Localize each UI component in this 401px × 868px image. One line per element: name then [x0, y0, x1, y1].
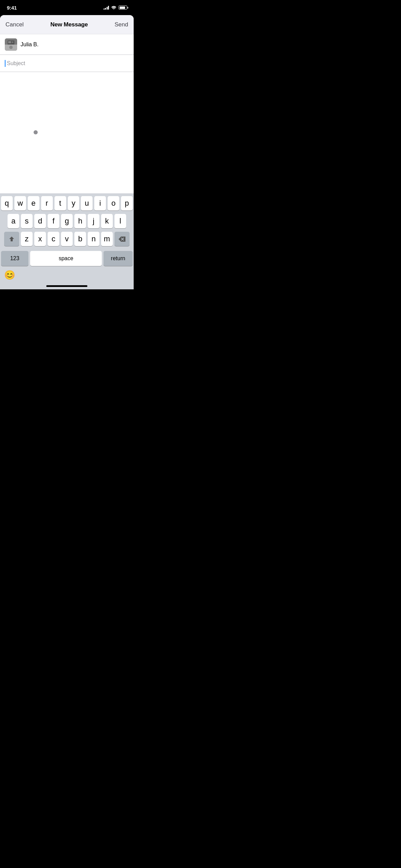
nav-title: New Message [50, 21, 88, 28]
keyboard-rows: q w e r t y u i o p a s d f g h j k [0, 193, 134, 251]
key-v[interactable]: v [61, 232, 73, 246]
numbers-key[interactable]: 123 [1, 251, 28, 266]
key-b[interactable]: b [74, 232, 86, 246]
avatar [5, 38, 17, 51]
subject-input[interactable]: Subject [7, 60, 129, 67]
key-u[interactable]: u [81, 196, 93, 210]
shift-key[interactable] [4, 232, 19, 246]
subject-row[interactable]: Subject [0, 55, 134, 72]
status-bar: 9:41 [0, 0, 134, 15]
keyboard-area: q w e r t y u i o p a s d f g h j k [0, 193, 134, 289]
bottom-toolbar: 😊 [0, 267, 134, 282]
status-time: 9:41 [7, 5, 17, 11]
message-body[interactable] [0, 72, 134, 193]
key-p[interactable]: p [121, 196, 133, 210]
recipient-row: Julia B. [0, 34, 134, 55]
recipient-name: Julia B. [21, 41, 38, 48]
keyboard-row-1: q w e r t y u i o p [1, 196, 133, 210]
key-d[interactable]: d [34, 214, 46, 228]
home-indicator [0, 282, 134, 289]
key-g[interactable]: g [61, 214, 73, 228]
status-icons [104, 5, 129, 10]
key-c[interactable]: c [48, 232, 59, 246]
svg-point-6 [9, 46, 13, 49]
home-bar [46, 285, 87, 287]
key-k[interactable]: k [101, 214, 113, 228]
nav-bar: Cancel New Message Send [0, 15, 134, 34]
cancel-button[interactable]: Cancel [5, 21, 24, 28]
send-button[interactable]: Send [114, 21, 128, 28]
key-s[interactable]: s [21, 214, 33, 228]
key-m[interactable]: m [101, 232, 113, 246]
main-content: Cancel New Message Send Julia B. Subject [0, 15, 134, 289]
keyboard-row-2: a s d f g h j k l [1, 214, 133, 228]
key-t[interactable]: t [54, 196, 66, 210]
key-i[interactable]: i [94, 196, 106, 210]
cursor-dot [34, 130, 38, 134]
key-o[interactable]: o [108, 196, 119, 210]
key-a[interactable]: a [8, 214, 19, 228]
signal-icon [104, 5, 109, 10]
key-e[interactable]: e [28, 196, 39, 210]
return-key[interactable]: return [104, 251, 133, 266]
key-w[interactable]: w [14, 196, 26, 210]
key-h[interactable]: h [74, 214, 86, 228]
text-cursor [5, 60, 5, 67]
key-n[interactable]: n [88, 232, 99, 246]
key-f[interactable]: f [48, 214, 59, 228]
key-j[interactable]: j [88, 214, 99, 228]
key-l[interactable]: l [114, 214, 126, 228]
battery-icon [119, 5, 128, 10]
key-x[interactable]: x [34, 232, 46, 246]
svg-rect-3 [8, 41, 11, 43]
keyboard-bottom-row: 123 space return [0, 251, 134, 267]
delete-key[interactable] [114, 232, 130, 246]
key-q[interactable]: q [1, 196, 13, 210]
svg-rect-4 [12, 41, 13, 43]
key-z[interactable]: z [21, 232, 33, 246]
key-r[interactable]: r [41, 196, 53, 210]
space-key[interactable]: space [30, 251, 102, 266]
keyboard-row-3: z x c v b n m [1, 232, 133, 246]
key-y[interactable]: y [68, 196, 80, 210]
emoji-button[interactable]: 😊 [4, 270, 15, 280]
wifi-icon [111, 5, 117, 10]
